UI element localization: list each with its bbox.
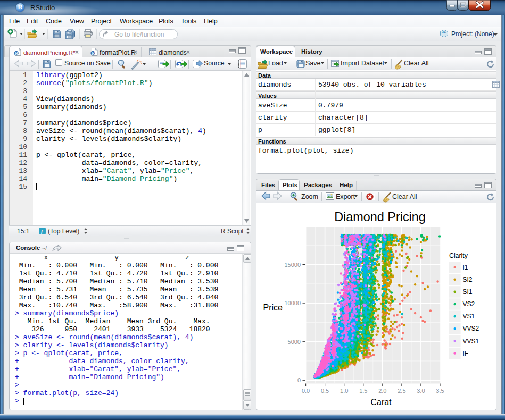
svg-text:IF: IF — [463, 350, 469, 357]
svg-text:0: 0 — [297, 377, 301, 383]
svg-text:15000: 15000 — [284, 262, 301, 268]
svg-text:VVS2: VVS2 — [463, 325, 479, 332]
svg-text:R: R — [15, 51, 18, 56]
svg-text:Clarity: Clarity — [449, 252, 468, 259]
svg-text:10000: 10000 — [284, 300, 301, 306]
svg-text:2.5: 2.5 — [398, 388, 405, 394]
svg-text:5000: 5000 — [288, 339, 301, 345]
svg-text:3.0: 3.0 — [417, 388, 425, 394]
svg-text:3.5: 3.5 — [436, 388, 444, 394]
svg-text:Carat: Carat — [370, 398, 392, 407]
svg-text:SI2: SI2 — [463, 276, 473, 283]
svg-text:2.0: 2.0 — [378, 388, 386, 394]
svg-text:I1: I1 — [463, 264, 468, 271]
svg-text:Diamond Pricing: Diamond Pricing — [334, 210, 426, 224]
svg-text:R: R — [443, 30, 446, 35]
svg-text:VS1: VS1 — [463, 313, 475, 320]
svg-text:1.0: 1.0 — [340, 388, 348, 394]
svg-text:VVS1: VVS1 — [463, 338, 479, 345]
svg-text:1.5: 1.5 — [359, 388, 367, 394]
svg-text:R: R — [92, 51, 95, 56]
svg-text:VS2: VS2 — [463, 300, 475, 308]
svg-text:Price: Price — [263, 303, 283, 312]
svg-text:0.5: 0.5 — [321, 388, 329, 394]
svg-text:SI1: SI1 — [463, 288, 473, 296]
svg-text:0.0: 0.0 — [302, 388, 310, 394]
